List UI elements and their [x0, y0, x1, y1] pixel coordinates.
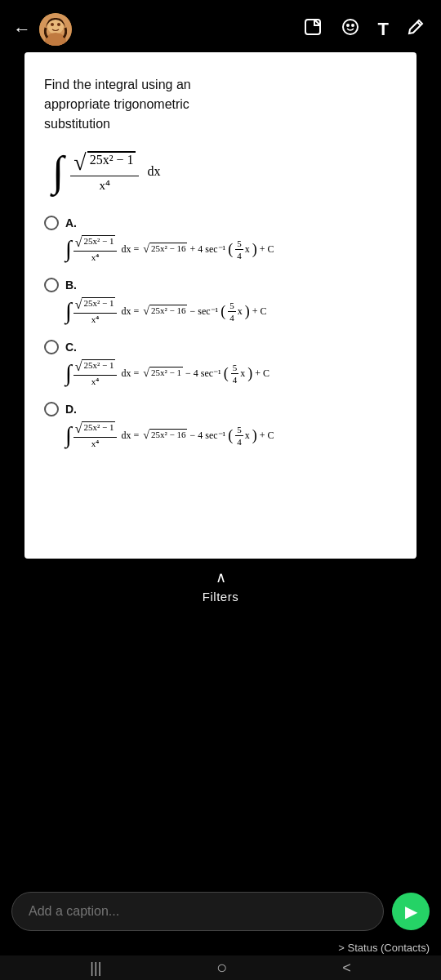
option-b: B. ∫ √25x² − 1 x⁴ dx = √25x² − 16 − sec⁻… — [44, 278, 397, 325]
edit-icon[interactable] — [407, 18, 425, 41]
option-d-expr: ∫ √25x² − 1 x⁴ dx = √25x² − 16 − 4 sec⁻¹… — [65, 421, 397, 449]
main-integral: ∫ √ 25x² − 1 x⁴ dx — [52, 150, 397, 193]
status-label: > Status (Contacts) — [338, 942, 430, 954]
chevron-up-icon[interactable]: ∧ — [216, 568, 226, 586]
option-b-label: B. — [65, 278, 77, 292]
numerator: √ 25x² − 1 — [70, 151, 139, 176]
sticker-icon[interactable] — [303, 17, 323, 42]
send-icon: ▶ — [405, 902, 417, 921]
dx: dx — [147, 164, 160, 179]
caption-bar: ▶ — [0, 892, 441, 931]
integral-sign: ∫ — [52, 150, 64, 193]
back-nav-button[interactable]: < — [342, 960, 351, 977]
radio-b[interactable] — [44, 278, 59, 292]
option-d-label: D. — [65, 403, 77, 416]
home-button[interactable]: ○ — [216, 957, 227, 978]
avatar[interactable] — [39, 13, 72, 46]
status-row[interactable]: > Status (Contacts) — [338, 942, 430, 954]
main-fraction: √ 25x² − 1 x⁴ — [70, 151, 139, 193]
option-a: A. ∫ √25x² − 1 x⁴ dx = √25x² − 16 + 4 se… — [44, 216, 397, 263]
sqrt-wrapper: √ 25x² − 1 — [74, 151, 136, 174]
text-icon[interactable]: T — [378, 19, 389, 40]
svg-point-8 — [352, 24, 354, 26]
filters-section: ∧ Filters — [0, 559, 441, 610]
radio-a[interactable] — [44, 216, 59, 230]
top-bar: ← — [0, 0, 441, 52]
options-list: A. ∫ √25x² − 1 x⁴ dx = √25x² − 16 + 4 se… — [44, 216, 397, 449]
question-text: Find the integral using an appropriate t… — [44, 75, 397, 134]
bottom-nav: ||| ○ < — [0, 956, 441, 980]
emoji-icon[interactable] — [341, 17, 360, 42]
svg-point-4 — [57, 23, 60, 26]
option-a-label: A. — [65, 216, 77, 229]
option-d: D. ∫ √25x² − 1 x⁴ dx = √25x² − 16 − 4 se… — [44, 402, 397, 449]
svg-point-7 — [347, 24, 349, 26]
svg-point-6 — [343, 20, 358, 34]
denominator: x⁴ — [96, 176, 114, 193]
menu-button[interactable]: ||| — [90, 960, 101, 977]
content-area: Find the integral using an appropriate t… — [24, 52, 416, 559]
option-a-expr: ∫ √25x² − 1 x⁴ dx = √25x² − 16 + 4 sec⁻¹… — [65, 235, 397, 263]
option-c: C. ∫ √25x² − 1 x⁴ dx = √25x² − 1 − 4 sec… — [44, 340, 397, 387]
svg-rect-5 — [305, 20, 320, 34]
caption-input[interactable] — [11, 892, 384, 931]
top-bar-right: T — [303, 17, 425, 42]
option-c-expr: ∫ √25x² − 1 x⁴ dx = √25x² − 1 − 4 sec⁻¹ … — [65, 359, 397, 387]
top-bar-left: ← — [13, 13, 72, 46]
radio-d[interactable] — [44, 402, 59, 416]
svg-point-3 — [51, 23, 54, 26]
filters-label[interactable]: Filters — [203, 590, 238, 604]
back-button[interactable]: ← — [13, 19, 31, 40]
send-button[interactable]: ▶ — [392, 893, 430, 930]
option-c-label: C. — [65, 341, 77, 354]
radio-c[interactable] — [44, 340, 59, 354]
option-b-expr: ∫ √25x² − 1 x⁴ dx = √25x² − 16 − sec⁻¹ (… — [65, 297, 397, 325]
